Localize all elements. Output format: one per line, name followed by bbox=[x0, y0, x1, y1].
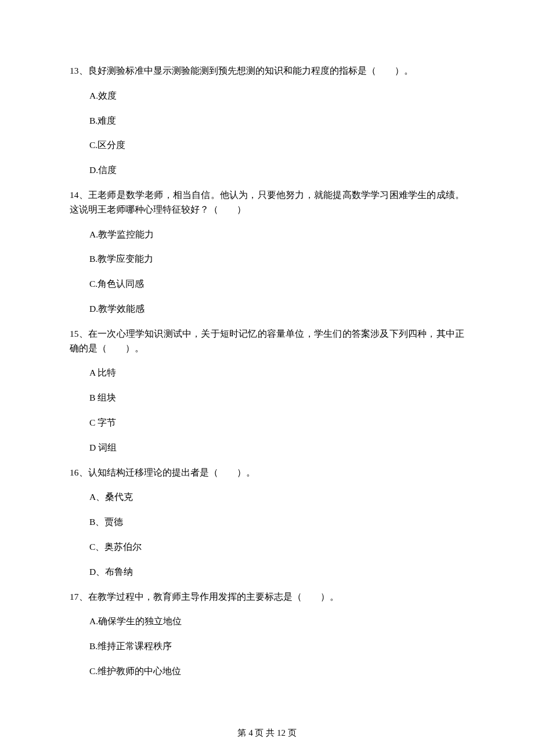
question-15: 15、在一次心理学知识测试中，关于短时记忆的容量单位，学生们的答案涉及下列四种，… bbox=[70, 327, 464, 455]
question-body: 认知结构迁移理论的提出者是（ ）。 bbox=[88, 467, 255, 477]
option-c: C 字节 bbox=[89, 416, 464, 430]
options-list: A 比特 B 组块 C 字节 D 词组 bbox=[70, 366, 464, 455]
question-text: 14、王老师是数学老师，相当自信。他认为，只要他努力，就能提高数学学习困难学生的… bbox=[70, 188, 464, 217]
option-c: C.角色认同感 bbox=[89, 277, 464, 291]
page-footer: 第 4 页 共 12 页 bbox=[0, 728, 534, 739]
question-text: 13、良好测验标准中显示测验能测到预先想测的知识和能力程度的指标是（ ）。 bbox=[70, 64, 464, 78]
question-number: 13、 bbox=[70, 66, 88, 75]
option-a: A.教学监控能力 bbox=[89, 228, 464, 242]
option-c: C、奥苏伯尔 bbox=[89, 540, 464, 555]
option-d: D.信度 bbox=[89, 163, 464, 178]
option-b: B 组块 bbox=[89, 391, 464, 405]
option-b: B.难度 bbox=[89, 114, 464, 128]
question-14: 14、王老师是数学老师，相当自信。他认为，只要他努力，就能提高数学学习困难学生的… bbox=[70, 188, 464, 316]
page-content: 13、良好测验标准中显示测验能测到预先想测的知识和能力程度的指标是（ ）。 A.… bbox=[0, 0, 534, 679]
options-list: A.确保学生的独立地位 B.维持正常课程秩序 C.维护教师的中心地位 bbox=[70, 614, 464, 678]
option-d: D.教学效能感 bbox=[89, 302, 464, 316]
question-text: 16、认知结构迁移理论的提出者是（ ）。 bbox=[70, 466, 464, 480]
option-b: B.教学应变能力 bbox=[89, 252, 464, 267]
question-body: 在教学过程中，教育师主导作用发挥的主要标志是（ ）。 bbox=[88, 592, 339, 602]
question-body: 良好测验标准中显示测验能测到预先想测的知识和能力程度的指标是（ ）。 bbox=[88, 66, 413, 75]
option-d: D、布鲁纳 bbox=[89, 565, 464, 579]
option-a: A.确保学生的独立地位 bbox=[89, 614, 464, 629]
option-a: A 比特 bbox=[89, 366, 464, 380]
option-c: C.维护教师的中心地位 bbox=[89, 664, 464, 679]
question-body: 王老师是数学老师，相当自信。他认为，只要他努力，就能提高数学学习困难学生的成绩。… bbox=[70, 190, 464, 214]
option-b: B、贾德 bbox=[89, 515, 464, 530]
option-b: B.维持正常课程秩序 bbox=[89, 639, 464, 654]
option-a: A、桑代克 bbox=[89, 490, 464, 505]
option-d: D 词组 bbox=[89, 441, 464, 455]
question-number: 14、 bbox=[70, 190, 88, 200]
question-number: 16、 bbox=[70, 467, 88, 477]
question-13: 13、良好测验标准中显示测验能测到预先想测的知识和能力程度的指标是（ ）。 A.… bbox=[70, 64, 464, 178]
options-list: A、桑代克 B、贾德 C、奥苏伯尔 D、布鲁纳 bbox=[70, 490, 464, 579]
question-number: 17、 bbox=[70, 592, 88, 602]
question-number: 15、 bbox=[70, 329, 88, 339]
options-list: A.教学监控能力 B.教学应变能力 C.角色认同感 D.教学效能感 bbox=[70, 228, 464, 316]
question-body: 在一次心理学知识测试中，关于短时记忆的容量单位，学生们的答案涉及下列四种，其中正… bbox=[70, 329, 464, 353]
question-text: 15、在一次心理学知识测试中，关于短时记忆的容量单位，学生们的答案涉及下列四种，… bbox=[70, 327, 464, 356]
option-c: C.区分度 bbox=[89, 138, 464, 153]
question-16: 16、认知结构迁移理论的提出者是（ ）。 A、桑代克 B、贾德 C、奥苏伯尔 D… bbox=[70, 466, 464, 579]
question-17: 17、在教学过程中，教育师主导作用发挥的主要标志是（ ）。 A.确保学生的独立地… bbox=[70, 590, 464, 679]
options-list: A.效度 B.难度 C.区分度 D.信度 bbox=[70, 89, 464, 178]
option-a: A.效度 bbox=[89, 89, 464, 103]
question-text: 17、在教学过程中，教育师主导作用发挥的主要标志是（ ）。 bbox=[70, 590, 464, 604]
